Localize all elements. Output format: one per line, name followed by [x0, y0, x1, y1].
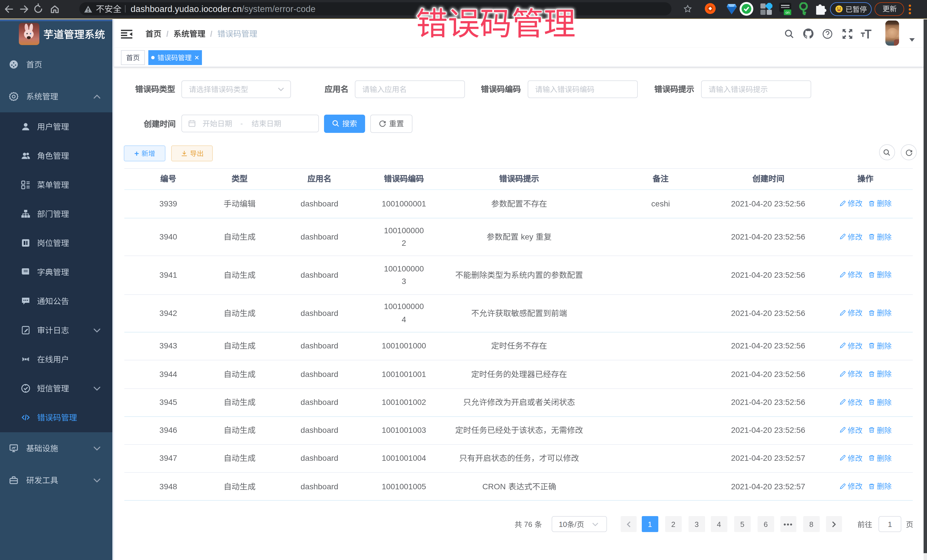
svg-text:on: on: [785, 10, 789, 15]
